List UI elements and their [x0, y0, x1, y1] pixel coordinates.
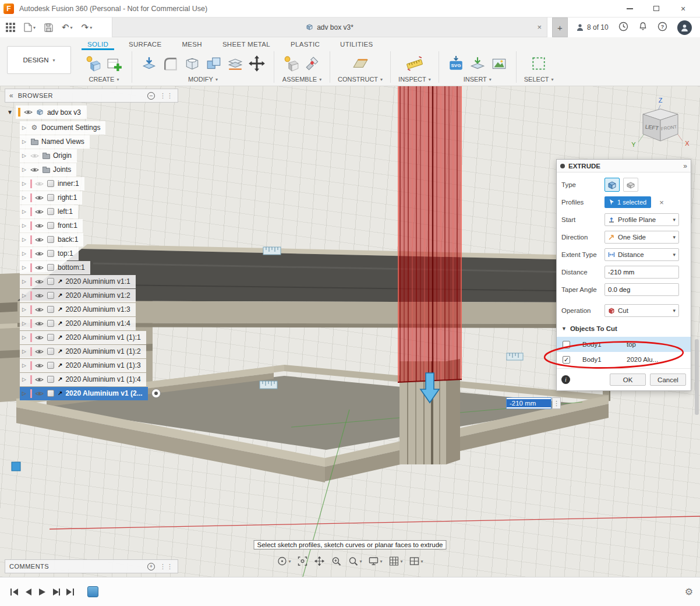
measure-icon[interactable]	[405, 54, 424, 73]
help-button[interactable]: ?	[657, 22, 667, 33]
panel-grip-icon[interactable]: ⋮⋮	[160, 92, 174, 100]
browser-item[interactable]: ▷ ↗ Named Views	[20, 135, 178, 149]
viewcube[interactable]: Z Y X LEFT FRONT	[627, 94, 694, 154]
object-checkbox[interactable]	[563, 341, 570, 348]
browser-item[interactable]: ▷ ↗ back:1	[20, 232, 178, 246]
panel-grip-icon[interactable]: ⋮⋮	[160, 563, 174, 570]
group-label-inspect[interactable]: INSPECT▾	[398, 76, 431, 83]
browser-item[interactable]: ▷ ↗ 2020 Aluminium v1:2	[20, 288, 178, 302]
visibility-eye-icon[interactable]	[35, 278, 44, 285]
timeline-play-button[interactable]	[35, 585, 49, 599]
visibility-eye-icon[interactable]	[35, 390, 44, 397]
timeline-go-to-end-button[interactable]	[63, 585, 77, 599]
move-copy-icon[interactable]	[248, 54, 266, 73]
visibility-eye-icon[interactable]	[35, 362, 44, 369]
expand-arrow-icon[interactable]: ▷	[21, 362, 27, 368]
extent-type-dropdown[interactable]: Distance ▾	[604, 248, 679, 261]
pan-tool-button[interactable]	[314, 556, 324, 566]
document-tab-close-icon[interactable]: ×	[537, 23, 542, 31]
visibility-eye-icon[interactable]	[24, 109, 33, 116]
measure-widget[interactable]	[263, 247, 281, 255]
object-row-top[interactable]: Body1 top	[557, 337, 691, 352]
browser-item[interactable]: ▷ ↗ 2020 Aluminium v1 (2...	[20, 386, 178, 400]
visibility-eye-icon[interactable]	[35, 208, 44, 215]
info-icon[interactable]: i	[561, 375, 570, 384]
timeline-feature-extrude-icon[interactable]	[87, 586, 98, 597]
job-status-button[interactable]: 8 of 10	[576, 23, 609, 31]
expand-arrow-icon[interactable]: ▷	[21, 125, 27, 131]
root-expand-icon[interactable]: ▼	[7, 109, 13, 115]
visibility-eye-icon[interactable]	[35, 222, 44, 229]
panel-minimize-icon[interactable]: –	[147, 92, 155, 100]
user-avatar[interactable]	[677, 20, 692, 35]
profiles-selected-chip[interactable]: 1 selected	[604, 196, 651, 208]
maximize-button[interactable]	[643, 0, 670, 17]
measure-widget[interactable]	[507, 353, 523, 360]
shell-icon[interactable]	[183, 54, 201, 73]
scrollbar[interactable]	[695, 339, 699, 415]
expand-arrow-icon[interactable]: ▷	[21, 195, 27, 200]
group-label-insert[interactable]: INSERT▾	[464, 76, 492, 83]
browser-item[interactable]: ▷ ↗ 2020 Aluminium v1 (1):1	[20, 330, 178, 344]
document-tab-strip[interactable]: adv box v3* ×	[112, 17, 547, 37]
selection-handle-widget[interactable]	[12, 462, 20, 471]
clear-selection-icon[interactable]: ×	[659, 198, 664, 207]
split-body-icon[interactable]	[226, 54, 245, 73]
notification-clock-button[interactable]	[618, 22, 628, 33]
object-checkbox[interactable]	[563, 356, 570, 364]
visibility-eye-icon[interactable]	[35, 376, 44, 383]
visibility-eye-icon[interactable]	[30, 166, 39, 173]
workspace-selector[interactable]: DESIGN ▾	[7, 46, 71, 74]
add-comment-icon[interactable]: +	[147, 563, 155, 570]
file-menu-button[interactable]: ▾	[24, 23, 36, 32]
grid-snap-button[interactable]: ▾	[389, 556, 403, 566]
expand-arrow-icon[interactable]: ▷	[21, 390, 27, 396]
visibility-eye-icon[interactable]	[35, 348, 44, 355]
browser-item[interactable]: ▷ ↗ right:1	[20, 191, 178, 205]
visibility-eye-icon[interactable]	[35, 250, 44, 257]
group-label-modify[interactable]: MODIFY▾	[188, 76, 218, 83]
visibility-eye-icon[interactable]	[35, 264, 44, 271]
press-pull-icon[interactable]	[140, 54, 158, 73]
close-button[interactable]: ×	[670, 0, 697, 17]
cut-extrusion-preview[interactable]	[398, 86, 462, 382]
start-dropdown[interactable]: Profile Plane ▾	[604, 213, 679, 226]
expand-arrow-icon[interactable]: ▷	[21, 334, 27, 340]
extrude-dialog-header[interactable]: EXTRUDE »	[557, 160, 691, 172]
browser-header[interactable]: « BROWSER – ⋮⋮	[5, 89, 178, 103]
browser-item[interactable]: ▷ ↗ 2020 Aluminium v1 (1):4	[20, 372, 178, 386]
minimize-button[interactable]	[616, 0, 643, 17]
document-tab[interactable]: adv box v3*	[306, 23, 353, 31]
visibility-eye-icon[interactable]	[35, 180, 44, 187]
extrude-type-thin-button[interactable]	[623, 178, 638, 192]
visibility-eye-icon[interactable]	[35, 292, 44, 299]
timeline-step-forward-button[interactable]	[49, 585, 63, 599]
display-settings-button[interactable]: ▾	[368, 556, 382, 566]
expand-arrow-icon[interactable]: ▷	[21, 139, 27, 145]
expand-arrow-icon[interactable]: ▷	[21, 167, 27, 172]
expand-arrow-icon[interactable]: ▷	[21, 293, 27, 298]
expand-arrow-icon[interactable]: ▷	[21, 279, 27, 284]
browser-item[interactable]: ▷ ↗ Document Settings	[20, 121, 178, 135]
expand-arrow-icon[interactable]: ▷	[21, 320, 27, 326]
cancel-button[interactable]: Cancel	[650, 374, 686, 386]
joint-icon[interactable]	[303, 54, 322, 73]
expand-arrow-icon[interactable]: ▷	[21, 237, 27, 242]
group-label-construct[interactable]: CONSTRUCT▾	[338, 76, 383, 83]
extrude-type-solid-button[interactable]	[604, 178, 620, 192]
browser-item[interactable]: ▷ ↗ 2020 Aluminium v1:3	[20, 302, 178, 316]
browser-item[interactable]: ▷ ↗ top:1	[20, 246, 178, 260]
3d-viewport[interactable]: Z Y X LEFT FRONT « BROWSER – ⋮⋮ ▼	[0, 86, 700, 577]
create-sketch-icon[interactable]	[105, 54, 124, 73]
tab-solid[interactable]: SOLID	[87, 41, 108, 48]
expand-arrow-icon[interactable]: ▷	[21, 251, 27, 256]
browser-item[interactable]: ▷ ↗ Origin	[20, 149, 178, 163]
expand-arrow-icon[interactable]: ▷	[21, 223, 27, 228]
expand-arrow-icon[interactable]: ▷	[21, 306, 27, 312]
timeline-settings-gear-icon[interactable]: ⚙	[685, 586, 693, 597]
objects-to-cut-section-header[interactable]: ▼ Objects To Cut	[561, 322, 686, 336]
fillet-icon[interactable]	[161, 54, 180, 73]
browser-item[interactable]: ▷ ↗ inner:1	[20, 177, 178, 191]
taper-angle-input[interactable]	[604, 283, 679, 296]
canvas-icon[interactable]	[490, 54, 508, 73]
